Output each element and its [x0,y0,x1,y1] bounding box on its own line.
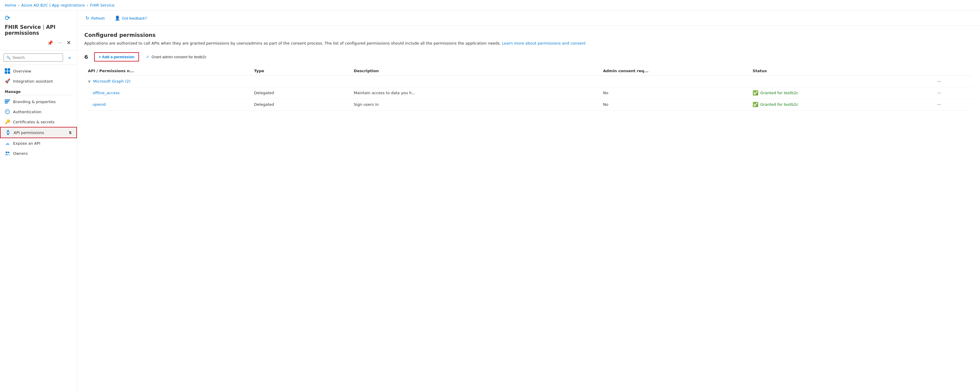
perm-status-openid: ✅ Granted for testb2c [752,102,928,107]
search-input[interactable] [13,55,60,60]
group-name-microsoft-graph[interactable]: Microsoft Graph (2) [93,79,130,83]
svg-rect-6 [5,102,8,104]
branding-icon [5,99,10,104]
content-body: Configured permissions Applications are … [77,26,980,117]
nav-section-top: Overview 🚀 Integration assistant [0,65,77,87]
col-header-description: Description [350,66,599,76]
overview-icon [5,68,10,74]
sidebar-item-overview[interactable]: Overview [0,66,77,76]
col-header-api: API / Permissions n... [84,66,251,76]
sidebar-item-certificates[interactable]: 🔑 Certificates & secrets [0,117,77,127]
add-permission-button[interactable]: + Add a permission [94,52,139,62]
sidebar-item-expose-api-label: Expose an API [13,141,40,145]
col-header-status: Status [749,66,932,76]
perm-admin-openid: No [600,99,749,110]
perm-type-openid: Delegated [251,99,350,110]
group-expand-icon: ∨ [88,79,91,83]
search-area: 🔍 « [0,51,77,65]
svg-rect-5 [5,101,9,102]
perm-desc-offline-access: Maintain access to data you h... [350,87,599,99]
svg-point-7 [5,110,10,114]
svg-rect-4 [5,99,10,101]
sidebar-item-authentication[interactable]: Authentication [0,107,77,117]
search-box: 🔍 [3,53,63,62]
svg-rect-1 [8,68,10,71]
group-more-button[interactable]: ··· [935,78,943,85]
integration-icon: 🚀 [5,78,10,84]
content-area: ⟳ FHIR Service | API permissions 📌 ··· ✕… [0,11,980,391]
pin-button[interactable]: 📌 [46,39,54,47]
perm-status-offline-access: ✅ Granted for testb2c [752,90,928,96]
breadcrumb-fhir-service[interactable]: FHIR Service [90,3,115,8]
sidebar-item-owners-label: Owners [13,151,28,156]
sidebar-item-authentication-label: Authentication [13,110,41,114]
app-container: Home › Azure AD B2C | App registrations … [0,0,980,391]
col-header-type: Type [251,66,350,76]
nav-section-manage: Branding & properties Authentication 🔑 C… [0,96,77,160]
section-title: Configured permissions [84,32,973,38]
sidebar-item-api-permissions-label: API permissions [14,131,44,135]
perm-more-button-offline[interactable]: ··· [935,90,943,96]
perm-admin-offline-access: No [600,87,749,99]
breadcrumb: Home › Azure AD B2C | App registrations … [0,0,980,11]
more-button[interactable]: ··· [57,39,63,47]
svg-rect-3 [8,71,10,74]
sidebar-item-integration[interactable]: 🚀 Integration assistant [0,76,77,86]
granted-icon-openid: ✅ [752,102,759,107]
perm-desc-openid: Sign users in [350,99,599,110]
table-group-microsoft-graph: ∨ Microsoft Graph (2) ··· [84,75,973,87]
sidebar-item-owners[interactable]: Owners [0,148,77,158]
fhir-service-icon: ⟳ [5,14,10,22]
permissions-table: API / Permissions n... Type Description … [84,66,973,110]
check-icon: ✓ [146,54,150,59]
feedback-icon: 👤 [115,16,120,21]
sidebar-item-branding[interactable]: Branding & properties [0,97,77,107]
page-title: FHIR Service | API permissions [5,24,72,36]
add-permission-label: + Add a permission [99,55,135,59]
table-row-openid: openid Delegated Sign users in No ✅ Gran… [84,99,973,110]
feedback-button[interactable]: 👤 Got feedback? [112,14,150,22]
collapse-button[interactable]: « [66,54,73,62]
perm-more-button-openid[interactable]: ··· [935,101,943,108]
refresh-button[interactable]: ↻ Refresh [83,14,107,22]
svg-rect-0 [5,68,7,71]
col-header-actions [932,66,973,76]
toolbar-divider [110,15,110,21]
refresh-icon: ↻ [86,16,89,21]
step-number: 6 [84,54,88,60]
actions-row: 6 + Add a permission ✓ Grant admin conse… [84,52,973,62]
permission-link-openid[interactable]: openid [93,102,106,107]
key-icon: 🔑 [5,119,10,124]
table-row-offline-access: offline_access Delegated Maintain access… [84,87,973,99]
sidebar-item-branding-label: Branding & properties [13,99,56,104]
close-button[interactable]: ✕ [65,38,72,47]
breadcrumb-azure-ad[interactable]: Azure AD B2C | App registrations [21,3,85,8]
main-content: ↻ Refresh 👤 Got feedback? Configured per… [77,11,980,391]
col-header-admin: Admin consent req... [600,66,749,76]
section-description: Applications are authorized to call APIs… [84,40,973,46]
grant-consent-button[interactable]: ✓ Grant admin consent for testb2c [144,53,209,61]
manage-label: Manage [0,87,77,95]
sidebar: ⟳ FHIR Service | API permissions 📌 ··· ✕… [0,11,77,391]
sidebar-item-integration-label: Integration assistant [13,79,53,83]
api-permissions-icon [5,130,11,135]
people-icon [5,151,10,156]
api-permissions-badge: 5 [69,131,72,135]
search-icon: 🔍 [6,56,11,60]
svg-point-9 [6,152,8,153]
sidebar-item-certificates-label: Certificates & secrets [13,120,55,124]
svg-point-10 [8,152,10,153]
breadcrumb-home[interactable]: Home [5,3,16,8]
granted-icon: ✅ [752,90,759,96]
perm-type-offline-access: Delegated [251,87,350,99]
cloud-icon: ☁ [5,140,10,146]
svg-point-8 [7,131,9,134]
sidebar-header: ⟳ FHIR Service | API permissions 📌 ··· ✕ [0,11,77,51]
sidebar-item-expose-api[interactable]: ☁ Expose an API [0,138,77,148]
svg-rect-2 [5,71,7,74]
permission-link-offline-access[interactable]: offline_access [93,91,120,95]
sidebar-item-api-permissions[interactable]: API permissions 5 [0,127,77,138]
learn-more-link[interactable]: Learn more about permissions and consent [502,41,586,45]
toolbar: ↻ Refresh 👤 Got feedback? [77,11,980,26]
auth-icon [5,109,10,114]
